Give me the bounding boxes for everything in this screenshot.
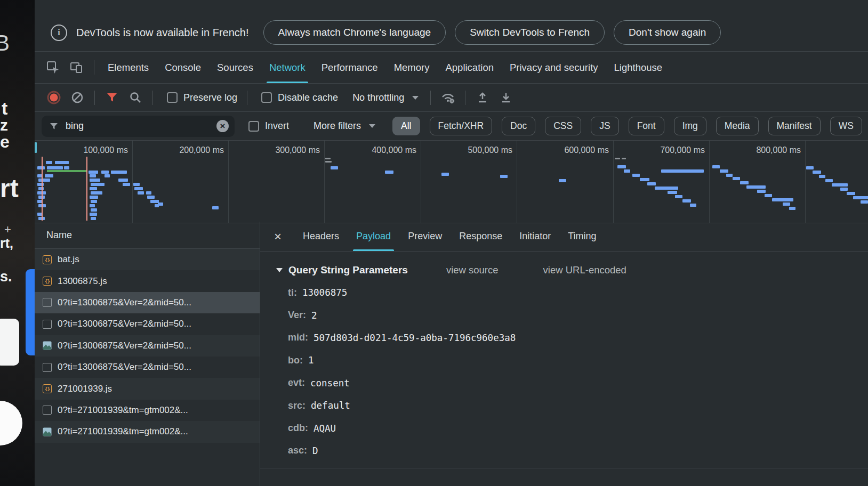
- search-icon[interactable]: [126, 88, 145, 107]
- invert-checkbox[interactable]: [248, 121, 259, 132]
- tab-preview[interactable]: Preview: [399, 222, 451, 251]
- tab-lighthouse[interactable]: Lighthouse: [606, 52, 671, 83]
- import-har-icon[interactable]: [473, 88, 492, 107]
- tab-privacy-security[interactable]: Privacy and security: [502, 52, 606, 83]
- page-white-card: [0, 319, 19, 366]
- chevron-down-icon[interactable]: [369, 124, 375, 128]
- timeline-gridline: [517, 141, 517, 223]
- request-list: bat.js 13006875.js 0?ti=13006875&Ver=2&m…: [35, 249, 260, 443]
- request-row[interactable]: 13006875.js: [35, 270, 260, 291]
- param-row: asc: D: [276, 440, 868, 462]
- network-filter-input[interactable]: [65, 120, 211, 132]
- request-name: 0?ti=13006875&Ver=2&mid=50...: [58, 319, 191, 329]
- tab-sources[interactable]: Sources: [209, 52, 261, 83]
- request-row[interactable]: bat.js: [35, 249, 260, 270]
- request-row[interactable]: 271001939.js: [35, 378, 260, 399]
- name-column-header[interactable]: Name: [35, 222, 260, 249]
- param-value: 2: [311, 310, 317, 321]
- filter-pill-css[interactable]: CSS: [545, 117, 581, 135]
- tab-response[interactable]: Response: [451, 222, 511, 251]
- request-waterfall-bar: [813, 171, 821, 174]
- view-source-link[interactable]: view source: [446, 264, 499, 276]
- request-row[interactable]: 0?ti=13006875&Ver=2&mid=50...: [35, 313, 260, 335]
- preserve-log-checkbox[interactable]: [167, 92, 178, 103]
- expander-triangle-icon[interactable]: [276, 268, 283, 272]
- request-row-selected[interactable]: 0?ti=13006875&Ver=2&mid=50...: [35, 292, 260, 313]
- timeline-gridline: [324, 141, 325, 223]
- filter-pill-fetch-xhr[interactable]: Fetch/XHR: [430, 117, 493, 135]
- filter-pill-js[interactable]: JS: [591, 117, 618, 135]
- request-waterfall-bar: [655, 187, 678, 190]
- view-url-encoded-link[interactable]: view URL-encoded: [543, 264, 626, 276]
- filter-pill-media[interactable]: Media: [716, 117, 759, 135]
- request-waterfall-bar: [757, 190, 766, 193]
- devtools-tab-bar: Elements Console Sources Network Perform…: [35, 52, 868, 84]
- tab-headers[interactable]: Headers: [294, 222, 348, 251]
- request-waterfall-bar: [668, 191, 677, 194]
- timeline-time-label: 400,000 ms: [336, 145, 416, 155]
- request-waterfall-bar: [37, 183, 44, 186]
- request-row[interactable]: 0?ti=271001939&tm=gtm002&...: [35, 421, 260, 442]
- overview-selection-handle: [35, 142, 37, 153]
- filter-pill-ws[interactable]: WS: [830, 117, 862, 135]
- tab-elements[interactable]: Elements: [100, 52, 157, 83]
- record-network-log-icon[interactable]: [44, 88, 63, 107]
- filter-pill-img[interactable]: Img: [674, 117, 706, 135]
- timeline-gridline: [228, 141, 229, 223]
- request-waterfall-bar: [847, 192, 855, 195]
- clear-network-log-icon[interactable]: [68, 88, 87, 107]
- pending-request-bar: [325, 161, 332, 163]
- clear-filter-icon[interactable]: ×: [216, 120, 229, 132]
- close-icon[interactable]: ×: [274, 230, 282, 243]
- tab-payload[interactable]: Payload: [348, 222, 399, 251]
- tab-initiator[interactable]: Initiator: [511, 222, 559, 251]
- filter-icon[interactable]: [102, 88, 122, 107]
- request-row[interactable]: 0?ti=271001939&tm=gtm002&...: [35, 400, 260, 421]
- dont-show-again-button[interactable]: Don't show again: [614, 20, 721, 45]
- chevron-down-icon[interactable]: [412, 96, 419, 100]
- device-toolbar-icon[interactable]: [68, 59, 86, 77]
- tab-memory[interactable]: Memory: [386, 52, 438, 83]
- network-filter-bar: × Invert More filters All Fetch/XHR Doc …: [35, 112, 868, 141]
- request-waterfall-bar: [90, 213, 97, 216]
- filter-pill-doc[interactable]: Doc: [502, 117, 535, 135]
- request-row[interactable]: 0?ti=13006875&Ver=2&mid=50...: [35, 357, 260, 378]
- request-waterfall-bar: [789, 207, 795, 210]
- request-waterfall-bar: [147, 196, 155, 199]
- background-page: B t z e rt + rt, s.: [0, 0, 35, 486]
- detail-tab-bar: × Headers Payload Preview Response Initi…: [260, 222, 868, 252]
- disable-cache-checkbox[interactable]: [261, 92, 272, 103]
- tab-application[interactable]: Application: [437, 52, 502, 83]
- always-match-language-button[interactable]: Always match Chrome's language: [263, 20, 446, 45]
- request-waterfall-bar: [90, 204, 95, 207]
- switch-devtools-french-button[interactable]: Switch DevTools to French: [455, 20, 605, 45]
- page-text-fragment: z: [0, 117, 8, 133]
- tab-performance[interactable]: Performance: [314, 52, 386, 83]
- network-overview[interactable]: 100,000 ms200,000 ms300,000 ms400,000 ms…: [35, 141, 868, 223]
- request-name: 0?ti=271001939&tm=gtm002&...: [58, 405, 188, 416]
- inspect-element-icon[interactable]: [44, 59, 62, 77]
- tab-console[interactable]: Console: [157, 52, 209, 83]
- param-key: bo:: [288, 355, 303, 366]
- filter-pill-manifest[interactable]: Manifest: [768, 117, 821, 135]
- pending-request-bar: [622, 158, 626, 159]
- request-name: 0?ti=13006875&Ver=2&mid=50...: [58, 362, 191, 372]
- tab-network[interactable]: Network: [261, 52, 314, 83]
- export-har-icon[interactable]: [496, 88, 516, 107]
- timeline-gridline: [613, 141, 614, 223]
- param-key: asc:: [288, 445, 307, 456]
- network-conditions-icon[interactable]: [438, 88, 457, 107]
- image-file-icon: [43, 341, 52, 350]
- page-text-fragment: +: [4, 224, 11, 236]
- more-filters-button[interactable]: More filters: [314, 120, 361, 132]
- request-row[interactable]: 0?ti=13006875&Ver=2&mid=50...: [35, 335, 260, 357]
- tab-timing[interactable]: Timing: [559, 222, 605, 251]
- request-waterfall-bar: [91, 191, 102, 195]
- request-waterfall-bar: [632, 174, 640, 177]
- filter-pill-font[interactable]: Font: [629, 117, 664, 135]
- param-row: cdb: AQAU: [276, 417, 868, 439]
- timeline-gridline: [805, 141, 806, 223]
- throttling-select[interactable]: No throttling: [352, 92, 404, 103]
- page-white-circle: [0, 401, 22, 446]
- filter-pill-all[interactable]: All: [392, 117, 420, 135]
